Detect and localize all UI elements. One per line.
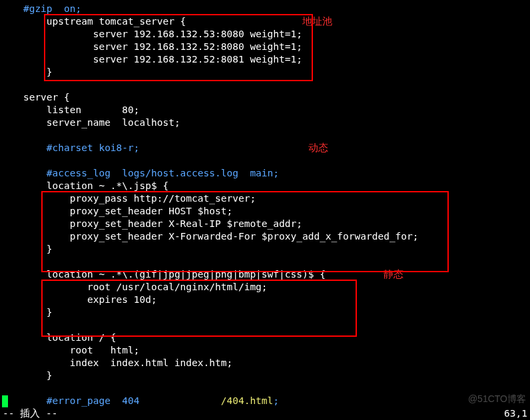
cfg-line: server 192.168.132.52:8081 weight=1; (0, 54, 302, 65)
terminal-screen[interactable]: #gzip on; upstream tomcat_server { 地址池 s… (0, 0, 530, 420)
cfg-line: server { (0, 92, 70, 103)
comment-errorpage: #error_page 404 (0, 395, 140, 406)
cursor-position: 63,1 (504, 407, 527, 420)
cfg-line: proxy_set_header X-Forwarded-For $proxy_… (0, 231, 419, 242)
cfg-line: location ~ .*\.(gif|jpg|jpeg|png|bmp|swf… (0, 269, 326, 280)
cfg-line: listen 80; (0, 105, 140, 115)
annotation-pool: 地址池 (302, 16, 332, 27)
cfg-line: server 192.168.132.53:8080 weight=1; (0, 29, 302, 39)
cfg-line: index index.html index.htm; (0, 357, 232, 368)
cfg-line: upstream tomcat_server { (0, 16, 186, 27)
cfg-line: proxy_set_header HOST $host; (0, 206, 232, 216)
status-bar: -- 插入 -- 63,1 (0, 407, 530, 420)
cfg-line: expires 10d; (0, 294, 157, 305)
annotation-static: 静态 (384, 269, 403, 280)
cfg-line: root /usr/local/nginx/html/img; (0, 282, 268, 292)
cfg-line: } (0, 307, 53, 317)
cfg-line: } (0, 67, 53, 77)
watermark: @51CTO博客 (468, 393, 526, 405)
cfg-line: server 192.168.132.52:8080 weight=1; (0, 41, 302, 52)
editor-content[interactable]: #gzip on; upstream tomcat_server { 地址池 s… (0, 0, 419, 407)
comment-semi: ; (273, 395, 279, 406)
cfg-line: server_name localhost; (0, 117, 180, 128)
comment-gzip: #gzip on; (0, 3, 81, 14)
editor-cursor (2, 395, 8, 407)
cfg-line: proxy_pass http://tomcat_server; (0, 193, 256, 204)
vim-mode-indicator: -- 插入 -- (3, 407, 57, 420)
annotation-dynamic: 动态 (308, 142, 328, 153)
comment-accesslog: #access_log logs/host.access.log main; (0, 168, 279, 178)
cfg-line: location / { (0, 332, 117, 343)
string-404: /404.html (140, 395, 274, 406)
comment-charset: #charset koi8-r; (0, 142, 140, 153)
cfg-line: } (0, 370, 53, 381)
cfg-line: proxy_set_header X-Real-IP $remote_addr; (0, 218, 302, 229)
cfg-line: root html; (0, 345, 140, 355)
cfg-line: location ~ .*\.jsp$ { (0, 180, 168, 191)
cfg-line: } (0, 244, 53, 254)
